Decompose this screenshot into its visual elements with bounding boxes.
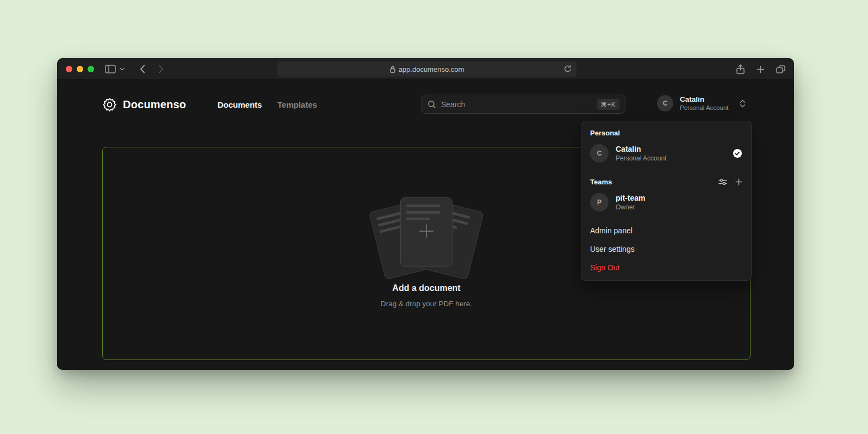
user-name: Catalin	[680, 95, 732, 104]
account-name: Catalin	[616, 145, 733, 154]
menu-item-personal-account[interactable]: C Catalin Personal Account	[581, 140, 751, 168]
brand-home-link[interactable]: Documenso	[102, 97, 186, 112]
sidebar-chevron-down-icon[interactable]	[120, 67, 125, 71]
url-text: app.documenso.com	[399, 65, 464, 73]
avatar: C	[657, 95, 673, 111]
share-icon[interactable]	[736, 64, 745, 75]
account-subtitle: Personal Account	[616, 154, 733, 163]
forward-icon[interactable]	[158, 65, 164, 73]
search-bar: ⌘+K	[421, 95, 625, 114]
dropzone-subtitle: Drag & drop your PDF here.	[103, 300, 750, 308]
tabs-overview-icon[interactable]	[776, 65, 785, 73]
back-icon[interactable]	[140, 65, 145, 73]
avatar: P	[590, 193, 609, 212]
close-window-button[interactable]	[66, 66, 72, 72]
nav-documents[interactable]: Documents	[218, 100, 262, 109]
chevrons-up-down-icon	[740, 100, 746, 108]
documenso-logo-icon	[102, 97, 117, 112]
user-account-type: Personal Account	[680, 104, 732, 111]
traffic-lights	[66, 66, 94, 72]
browser-toolbar: app.documenso.com	[57, 58, 794, 80]
document-card	[400, 197, 452, 267]
add-team-icon[interactable]	[735, 178, 742, 185]
menu-section-teams: Teams	[581, 172, 751, 189]
search-input[interactable]	[441, 100, 597, 109]
menu-item-team-pit-team[interactable]: P pit-team Owner	[581, 189, 751, 216]
divider	[581, 219, 751, 219]
refresh-icon[interactable]	[563, 65, 572, 73]
brand-name: Documenso	[123, 98, 186, 111]
sidebar-toggle-icon[interactable]	[105, 65, 116, 73]
avatar: C	[590, 144, 609, 163]
zoom-window-button[interactable]	[88, 66, 94, 72]
minimize-window-button[interactable]	[77, 66, 83, 72]
app-content: Documenso Documents Templates ⌘+K C Cata…	[57, 80, 794, 370]
menu-item-sign-out[interactable]: Sign Out	[581, 258, 751, 277]
menu-section-personal: Personal	[581, 123, 751, 140]
add-document-plus-icon	[417, 222, 436, 243]
documents-illustration	[367, 189, 486, 281]
search-shortcut-badge: ⌘+K	[597, 99, 619, 110]
divider	[581, 170, 751, 170]
address-bar[interactable]: app.documenso.com	[277, 61, 576, 77]
personal-label: Personal	[590, 129, 620, 137]
new-tab-icon[interactable]	[757, 65, 765, 73]
account-switcher[interactable]: C Catalin Personal Account	[657, 95, 746, 111]
account-menu: Personal C Catalin Personal Account Team…	[581, 121, 752, 281]
teams-label: Teams	[590, 178, 612, 186]
menu-item-admin-panel[interactable]: Admin panel	[581, 221, 751, 240]
lock-icon	[390, 66, 395, 73]
menu-item-user-settings[interactable]: User settings	[581, 240, 751, 258]
manage-teams-icon[interactable]	[718, 178, 727, 185]
team-role: Owner	[616, 203, 742, 212]
dropzone-title: Add a document	[103, 283, 750, 293]
team-name: pit-team	[616, 194, 742, 203]
search-icon	[427, 100, 436, 109]
browser-window: app.documenso.com	[57, 58, 794, 370]
nav-templates[interactable]: Templates	[277, 100, 317, 109]
check-circle-icon	[733, 148, 742, 158]
toolbar-right-group	[736, 58, 785, 80]
